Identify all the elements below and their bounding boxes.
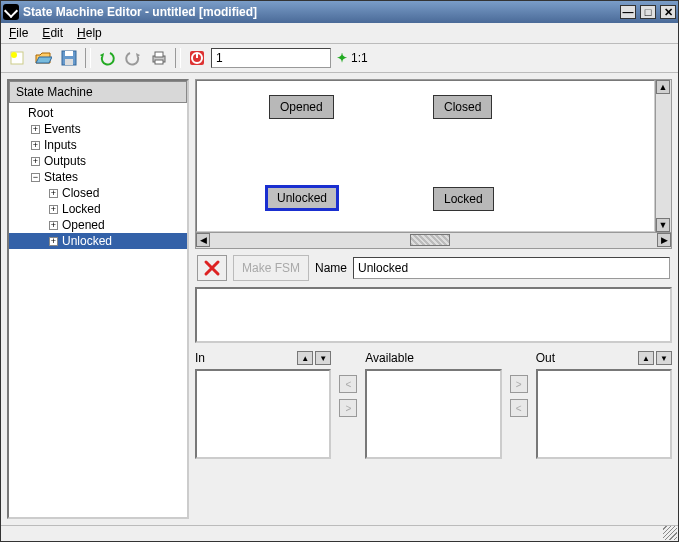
print-button[interactable] [147, 46, 171, 70]
resize-grip[interactable] [663, 526, 677, 540]
state-canvas[interactable]: Opened Closed Unlocked Locked [196, 80, 655, 232]
canvas-hscroll[interactable]: ◀ ▶ [196, 232, 671, 248]
menu-help[interactable]: Help [77, 26, 102, 40]
out-up-button[interactable]: ▲ [638, 351, 654, 365]
state-node-unlocked[interactable]: Unlocked [265, 185, 339, 211]
in-up-button[interactable]: ▲ [297, 351, 313, 365]
menubar: File Edit Help [1, 23, 678, 44]
svg-rect-10 [196, 53, 198, 58]
svg-rect-3 [65, 51, 73, 56]
zoom-fit-icon[interactable]: ✦ [337, 51, 347, 65]
in-down-button[interactable]: ▼ [315, 351, 331, 365]
scroll-right-icon[interactable]: ▶ [657, 233, 671, 247]
delete-button[interactable] [197, 255, 227, 281]
minimize-button[interactable]: — [620, 5, 636, 19]
move-out-left-button[interactable]: < [510, 399, 528, 417]
scroll-up-icon[interactable]: ▲ [656, 80, 670, 94]
close-button[interactable]: ✕ [660, 5, 676, 19]
redo-button[interactable] [121, 46, 145, 70]
tree-state-closed[interactable]: +Closed [9, 185, 187, 201]
svg-point-1 [11, 52, 17, 58]
in-list[interactable] [195, 369, 331, 459]
tree-state-opened[interactable]: +Opened [9, 217, 187, 233]
new-button[interactable] [5, 46, 29, 70]
window-title: State Machine Editor - untitled [modifie… [23, 5, 257, 19]
canvas-area: Opened Closed Unlocked Locked ▲ ▼ ◀ ▶ [195, 79, 672, 249]
tree-root[interactable]: Root [9, 105, 187, 121]
move-left-button[interactable]: < [339, 375, 357, 393]
tree-inputs[interactable]: +Inputs [9, 137, 187, 153]
tree-outputs[interactable]: +Outputs [9, 153, 187, 169]
out-label: Out [536, 351, 555, 365]
app-icon [3, 4, 19, 20]
scroll-down-icon[interactable]: ▼ [656, 218, 670, 232]
out-down-button[interactable]: ▼ [656, 351, 672, 365]
tree-state-unlocked[interactable]: +Unlocked [9, 233, 187, 249]
statusbar [1, 525, 678, 541]
zoom-label: 1:1 [351, 51, 368, 65]
make-fsm-button[interactable]: Make FSM [233, 255, 309, 281]
tree-panel: State Machine Root +Events +Inputs +Outp… [7, 79, 189, 519]
menu-file[interactable]: File [9, 26, 28, 40]
toolbar: ✦ 1:1 [1, 44, 678, 73]
page-input[interactable] [211, 48, 331, 68]
scroll-left-icon[interactable]: ◀ [196, 233, 210, 247]
state-node-closed[interactable]: Closed [433, 95, 492, 119]
scroll-thumb[interactable] [410, 234, 450, 246]
tree: Root +Events +Inputs +Outputs −States +C… [9, 103, 187, 517]
save-button[interactable] [57, 46, 81, 70]
undo-button[interactable] [95, 46, 119, 70]
svg-rect-7 [155, 60, 163, 64]
available-label: Available [365, 351, 413, 365]
tree-states[interactable]: −States [9, 169, 187, 185]
move-out-right-button[interactable]: > [510, 375, 528, 393]
out-list[interactable] [536, 369, 672, 459]
move-right-button[interactable]: > [339, 399, 357, 417]
tree-state-locked[interactable]: +Locked [9, 201, 187, 217]
svg-rect-4 [65, 59, 73, 65]
in-label: In [195, 351, 205, 365]
titlebar: State Machine Editor - untitled [modifie… [1, 1, 678, 23]
tree-events[interactable]: +Events [9, 121, 187, 137]
name-input[interactable] [353, 257, 670, 279]
canvas-vscroll[interactable]: ▲ ▼ [655, 80, 671, 232]
name-label: Name [315, 261, 347, 275]
state-node-opened[interactable]: Opened [269, 95, 334, 119]
svg-rect-6 [155, 52, 163, 57]
description-box[interactable] [195, 287, 672, 343]
stop-button[interactable] [185, 46, 209, 70]
app-window: State Machine Editor - untitled [modifie… [0, 0, 679, 542]
menu-edit[interactable]: Edit [42, 26, 63, 40]
state-node-locked[interactable]: Locked [433, 187, 494, 211]
open-button[interactable] [31, 46, 55, 70]
tree-header[interactable]: State Machine [9, 81, 187, 103]
available-list[interactable] [365, 369, 501, 459]
maximize-button[interactable]: □ [640, 5, 656, 19]
